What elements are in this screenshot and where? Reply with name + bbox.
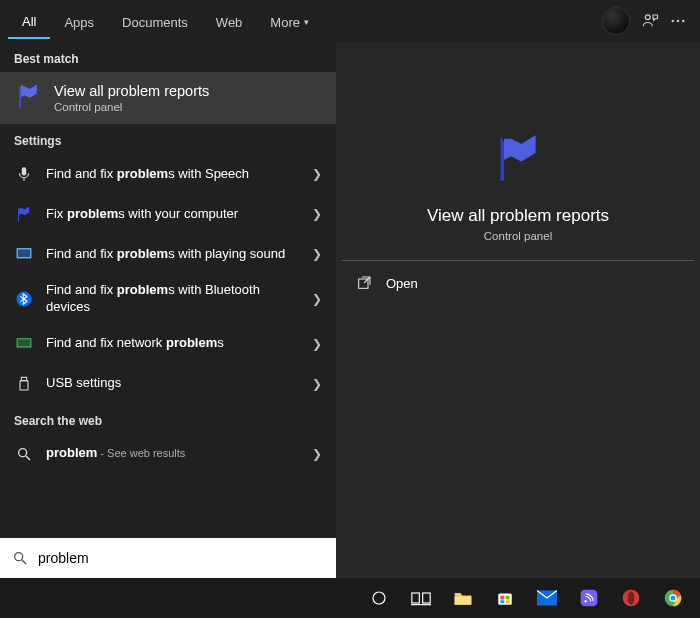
- svg-rect-10: [18, 339, 30, 346]
- microphone-icon: [14, 164, 34, 184]
- taskbar-opera[interactable]: [612, 582, 650, 614]
- store-icon: [496, 589, 514, 607]
- flag-large-icon: [490, 130, 546, 186]
- list-item-label: Find and fix problems with Speech: [46, 166, 300, 183]
- folder-icon: [453, 589, 473, 607]
- settings-item-network[interactable]: Find and fix network problems ❯: [0, 324, 336, 364]
- cortana-icon: [370, 589, 388, 607]
- taskbar-chrome[interactable]: [654, 582, 692, 614]
- best-match-result[interactable]: View all problem reports Control panel: [0, 72, 336, 124]
- svg-point-1: [672, 20, 674, 22]
- troubleshoot-icon: [14, 244, 34, 264]
- chevron-right-icon: ❯: [312, 247, 322, 261]
- preview-title: View all problem reports: [427, 206, 609, 226]
- section-settings: Settings: [0, 124, 336, 154]
- opera-icon: [621, 588, 641, 608]
- tab-web[interactable]: Web: [202, 5, 257, 38]
- taskbar-taskview[interactable]: [402, 582, 440, 614]
- svg-point-29: [584, 600, 587, 603]
- svg-point-13: [19, 448, 27, 456]
- network-icon: [14, 334, 34, 354]
- section-best-match: Best match: [0, 42, 336, 72]
- svg-point-0: [645, 15, 650, 20]
- svg-point-3: [682, 20, 684, 22]
- chevron-right-icon: ❯: [312, 447, 322, 461]
- svg-rect-23: [501, 596, 505, 600]
- preview-subtitle: Control panel: [484, 230, 552, 242]
- chevron-right-icon: ❯: [312, 207, 322, 221]
- usb-icon: [14, 374, 34, 394]
- search-icon: [14, 444, 34, 464]
- settings-item-fix-computer[interactable]: Fix problems with your computer ❯: [0, 194, 336, 234]
- flag-small-icon: [14, 204, 34, 224]
- chevron-right-icon: ❯: [312, 337, 322, 351]
- taskbar-cortana[interactable]: [360, 582, 398, 614]
- feedback-button[interactable]: [636, 7, 664, 35]
- list-item-label: USB settings: [46, 375, 300, 392]
- best-match-subtitle: Control panel: [54, 101, 209, 113]
- best-match-title: View all problem reports: [54, 83, 209, 99]
- list-item-label: problem - See web results: [46, 445, 300, 462]
- tab-apps[interactable]: Apps: [50, 5, 108, 38]
- task-view-icon: [411, 590, 431, 606]
- filter-tabs: All Apps Documents Web More ▾: [0, 0, 700, 42]
- taskbar-store[interactable]: [486, 582, 524, 614]
- flag-icon: [14, 82, 42, 114]
- results-panel: Best match View all problem reports Cont…: [0, 42, 336, 578]
- svg-rect-19: [412, 593, 420, 603]
- svg-rect-24: [506, 596, 510, 600]
- svg-point-16: [15, 553, 23, 561]
- svg-rect-7: [18, 250, 30, 258]
- chevron-right-icon: ❯: [312, 167, 322, 181]
- list-item-label: Find and fix network problems: [46, 335, 300, 352]
- list-item-label: Find and fix problems with playing sound: [46, 246, 300, 263]
- svg-point-18: [373, 592, 385, 604]
- list-item-label: Find and fix problems with Bluetooth dev…: [46, 282, 300, 316]
- settings-item-speech[interactable]: Find and fix problems with Speech ❯: [0, 154, 336, 194]
- list-item-label: Fix problems with your computer: [46, 206, 300, 223]
- svg-point-2: [677, 20, 679, 22]
- web-result-item[interactable]: problem - See web results ❯: [0, 434, 336, 474]
- search-icon: [12, 550, 28, 566]
- svg-rect-20: [423, 593, 431, 603]
- viber-icon: [579, 588, 599, 608]
- svg-point-31: [628, 591, 635, 604]
- settings-item-sound[interactable]: Find and fix problems with playing sound…: [0, 234, 336, 274]
- user-avatar[interactable]: [602, 7, 630, 35]
- section-search-web: Search the web: [0, 404, 336, 434]
- mail-icon: [537, 590, 557, 606]
- taskbar-explorer[interactable]: [444, 582, 482, 614]
- tab-more[interactable]: More ▾: [256, 5, 323, 38]
- open-label: Open: [386, 276, 418, 291]
- bluetooth-icon: [14, 289, 34, 309]
- svg-point-34: [671, 596, 676, 601]
- chevron-right-icon: ❯: [312, 292, 322, 306]
- tab-documents[interactable]: Documents: [108, 5, 202, 38]
- svg-line-17: [22, 560, 26, 564]
- open-action[interactable]: Open: [340, 261, 696, 305]
- svg-rect-12: [20, 380, 28, 389]
- chevron-down-icon: ▾: [304, 17, 309, 27]
- svg-rect-26: [506, 600, 510, 603]
- preview-panel: View all problem reports Control panel O…: [336, 42, 700, 578]
- tab-all[interactable]: All: [8, 4, 50, 39]
- taskbar: [0, 578, 700, 618]
- taskbar-mail[interactable]: [528, 582, 566, 614]
- taskbar-viber[interactable]: [570, 582, 608, 614]
- settings-item-bluetooth[interactable]: Find and fix problems with Bluetooth dev…: [0, 274, 336, 324]
- svg-rect-25: [501, 600, 505, 603]
- search-bar[interactable]: [0, 538, 336, 578]
- chevron-right-icon: ❯: [312, 377, 322, 391]
- ellipsis-icon: [669, 12, 687, 30]
- search-input[interactable]: [38, 550, 324, 566]
- more-options-button[interactable]: [664, 7, 692, 35]
- svg-rect-4: [22, 167, 27, 175]
- svg-line-14: [26, 456, 30, 460]
- open-icon: [356, 275, 372, 291]
- feedback-icon: [641, 12, 659, 30]
- tab-more-label: More: [270, 15, 300, 30]
- chrome-icon: [663, 588, 683, 608]
- svg-rect-22: [498, 594, 512, 605]
- settings-item-usb[interactable]: USB settings ❯: [0, 364, 336, 404]
